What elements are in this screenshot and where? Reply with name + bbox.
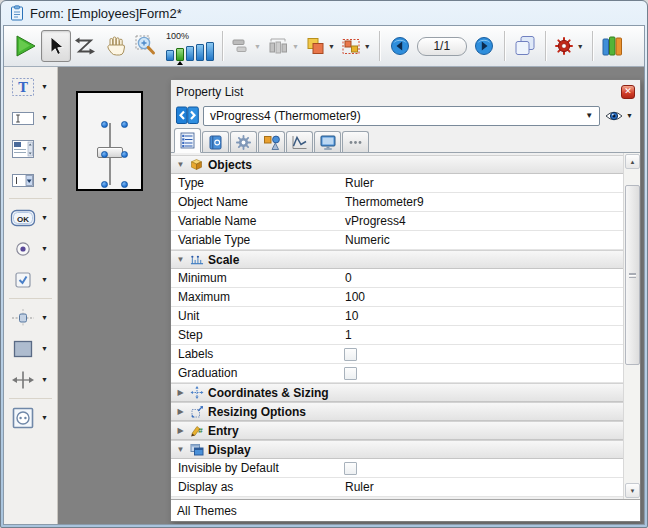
- section-scale[interactable]: ▼Scale: [171, 250, 623, 269]
- property-row-graduation[interactable]: Graduation: [171, 364, 623, 383]
- zoom-bar-current-icon[interactable]: [176, 48, 184, 61]
- property-row-variable-type[interactable]: Variable TypeNumeric: [171, 231, 623, 250]
- property-row-step[interactable]: Step1: [171, 326, 623, 345]
- library-button[interactable]: [598, 30, 628, 62]
- selection-handle[interactable]: [101, 151, 108, 158]
- object-level-button[interactable]: ▼: [302, 30, 338, 62]
- checkbox-invisible-by-default[interactable]: [344, 462, 357, 475]
- chevron-down-icon[interactable]: ▼: [41, 176, 48, 183]
- section-objects[interactable]: ▼Objects: [171, 155, 623, 174]
- view-options-button[interactable]: ▼: [604, 109, 635, 123]
- selection-tool-button[interactable]: [41, 30, 71, 62]
- collapse-triangle-icon[interactable]: ▼: [175, 445, 186, 454]
- chevron-down-icon[interactable]: ▼: [41, 245, 48, 252]
- expand-triangle-icon[interactable]: ▶: [175, 426, 186, 435]
- property-value[interactable]: 10: [344, 309, 358, 323]
- property-value[interactable]: Ruler: [344, 480, 374, 494]
- property-row-display-as[interactable]: Display asRuler: [171, 478, 623, 497]
- zoom-bar-icon[interactable]: [196, 44, 204, 61]
- zoom-bar-icon[interactable]: [186, 46, 194, 61]
- scroll-up-icon[interactable]: ▲: [625, 154, 640, 169]
- property-row-minimum[interactable]: Minimum0: [171, 269, 623, 288]
- chevron-down-icon[interactable]: ▼: [41, 414, 48, 421]
- theme-footer[interactable]: All Themes: [171, 499, 640, 521]
- property-value[interactable]: Ruler: [344, 176, 374, 190]
- listbox-tool[interactable]: ▼: [4, 133, 57, 164]
- scrollbar-thumb[interactable]: [625, 185, 640, 365]
- property-value[interactable]: 100: [344, 290, 365, 304]
- selection-handle[interactable]: [121, 121, 128, 128]
- scroll-down-icon[interactable]: ▼: [625, 483, 640, 498]
- selection-handle[interactable]: [121, 151, 128, 158]
- property-row-labels[interactable]: Labels: [171, 345, 623, 364]
- entry-order-tool-button[interactable]: [71, 30, 101, 62]
- text-tool[interactable]: T▼: [4, 71, 57, 102]
- property-row-invisible-by-default[interactable]: Invisible by Default: [171, 459, 623, 478]
- property-row-maximum[interactable]: Maximum100: [171, 288, 623, 307]
- property-row-variable-name[interactable]: Variable NamevProgress4: [171, 212, 623, 231]
- object-selector-dropdown[interactable]: vProgress4 (Thermometer9) ▼: [203, 106, 600, 126]
- property-list-scrollbar[interactable]: ▲ ▼: [623, 153, 640, 499]
- collapse-triangle-icon[interactable]: ▼: [175, 255, 186, 264]
- tab-more[interactable]: [342, 131, 369, 152]
- zoom-bar-icon[interactable]: [166, 50, 174, 61]
- chevron-down-icon[interactable]: ▼: [41, 276, 48, 283]
- chevron-down-icon[interactable]: ▼: [41, 145, 48, 152]
- checkbox-graduation[interactable]: [344, 367, 357, 380]
- selection-handle[interactable]: [101, 181, 108, 188]
- zoom-tool-button[interactable]: [131, 30, 161, 62]
- rectangle-tool[interactable]: ▼: [4, 333, 57, 364]
- previous-page-button[interactable]: [385, 30, 415, 62]
- zoom-level-widget[interactable]: 100%: [166, 31, 214, 61]
- property-value[interactable]: Numeric: [344, 233, 390, 247]
- property-value[interactable]: Thermometer9: [344, 195, 424, 209]
- tab-appearance[interactable]: [258, 131, 285, 152]
- chevron-down-icon[interactable]: ▼: [41, 214, 48, 221]
- expand-triangle-icon[interactable]: ▶: [175, 388, 186, 397]
- radio-button-tool[interactable]: ▼: [4, 233, 57, 264]
- tab-data-source[interactable]: [202, 131, 229, 152]
- chevron-down-icon[interactable]: ▼: [328, 43, 335, 50]
- property-row-type[interactable]: TypeRuler: [171, 174, 623, 193]
- tab-events[interactable]: [286, 131, 313, 152]
- section-coordinates-sizing[interactable]: ▶Coordinates & Sizing: [171, 383, 623, 402]
- selection-handle[interactable]: [121, 181, 128, 188]
- property-list-header[interactable]: Property List ✕: [171, 80, 640, 103]
- tab-display[interactable]: [314, 131, 341, 152]
- chevron-down-icon[interactable]: ▼: [577, 43, 584, 50]
- chevron-down-icon[interactable]: ▼: [41, 345, 48, 352]
- chevron-down-icon[interactable]: ▼: [364, 43, 371, 50]
- next-page-button[interactable]: [469, 30, 499, 62]
- slider-tool[interactable]: ▼: [4, 302, 57, 333]
- plugin-area-tool[interactable]: ▼: [4, 402, 57, 433]
- form-pages-button[interactable]: [510, 30, 540, 62]
- section-entry[interactable]: ▶#Entry: [171, 421, 623, 440]
- tab-properties[interactable]: [174, 128, 201, 153]
- tab-action[interactable]: [230, 131, 257, 152]
- property-row-object-name[interactable]: Object NameThermometer9: [171, 193, 623, 212]
- splitter-tool[interactable]: ▼: [4, 364, 57, 395]
- property-value[interactable]: 1: [344, 328, 352, 342]
- property-value[interactable]: 0: [344, 271, 352, 285]
- form-page-area[interactable]: [76, 91, 143, 191]
- form-properties-button[interactable]: ▼: [551, 30, 587, 62]
- collapse-triangle-icon[interactable]: ▼: [175, 160, 186, 169]
- chevron-down-icon[interactable]: ▼: [41, 114, 48, 121]
- group-button[interactable]: ▼: [338, 30, 374, 62]
- section-display[interactable]: ▼Display: [171, 440, 623, 459]
- titlebar[interactable]: Form: [Employees]Form2*: [3, 1, 645, 25]
- property-row-unit[interactable]: Unit10: [171, 307, 623, 326]
- chevron-down-icon[interactable]: ▼: [41, 314, 48, 321]
- zoom-bar-icon[interactable]: [206, 42, 214, 61]
- checkbox-labels[interactable]: [344, 348, 357, 361]
- chevron-down-icon[interactable]: ▼: [41, 376, 48, 383]
- combobox-tool[interactable]: ▼: [4, 164, 57, 195]
- section-resizing-options[interactable]: ▶Resizing Options: [171, 402, 623, 421]
- button-tool[interactable]: OK▼: [4, 202, 57, 233]
- pan-tool-button[interactable]: [101, 30, 131, 62]
- close-icon[interactable]: ✕: [621, 85, 635, 99]
- property-value[interactable]: vProgress4: [344, 214, 406, 228]
- execute-form-button[interactable]: [9, 30, 41, 62]
- checkbox-tool[interactable]: ▼: [4, 264, 57, 295]
- input-tool[interactable]: ▼: [4, 102, 57, 133]
